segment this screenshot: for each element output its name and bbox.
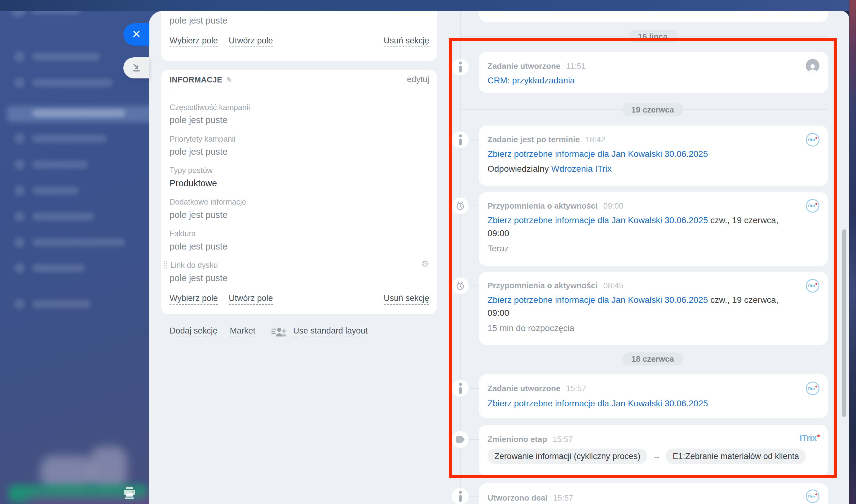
sidebar-item-blur[interactable] [32, 264, 85, 272]
sidebar-item-blur[interactable] [32, 161, 88, 168]
field-value[interactable]: pole jest puste [170, 241, 228, 252]
scrollbar-thumb[interactable] [842, 229, 846, 417]
event-time: 15:57 [553, 435, 573, 444]
timeline-icon-circle [452, 488, 469, 504]
stage-tag-icon [456, 435, 465, 444]
itrix-logo-badge: ITrix [806, 381, 819, 395]
market-link[interactable]: Market [230, 326, 256, 337]
field-value[interactable]: pole jest puste [170, 147, 228, 157]
reminder-date-text: czw., 19 czerwca, [708, 215, 778, 225]
timeline-card[interactable]: Przypomnienia o aktywności 09:00 Zbierz … [479, 192, 828, 266]
event-time: 15:57 [553, 493, 573, 503]
sidebar-item-icon-blur[interactable] [14, 133, 25, 144]
field-label: Częstotliwość kampanii [170, 103, 250, 112]
alarm-clock-icon [455, 281, 465, 291]
timeline-card[interactable]: Zmieniono etap 15:57 Zerowanie informacj… [479, 425, 828, 476]
date-chip: 19 czerwca [622, 103, 683, 116]
timeline-connector [469, 286, 479, 286]
timeline-card[interactable]: Przypomnienia o aktywności 08:45 Zbierz … [479, 272, 828, 345]
create-field-link[interactable]: Utwórz pole [229, 36, 273, 47]
remove-section-link[interactable]: Usuń sekcję [384, 293, 429, 305]
sidebar-item-blur[interactable] [32, 238, 125, 247]
use-standard-layout-link[interactable]: Use standard layout [293, 326, 368, 337]
field-value[interactable]: pole jest puste [170, 115, 228, 125]
field-empty-value: pole jest puste [170, 16, 228, 26]
printer-icon[interactable] [123, 486, 136, 499]
add-section-link[interactable]: Dodaj sekcję [170, 326, 217, 337]
reminder-date-text: czw., 19 czerwca, [708, 295, 778, 305]
task-link[interactable]: Zbierz potrzebne informacje dla Jan Kowa… [487, 295, 708, 305]
informacje-section-card: INFORMACJE ✎ edytuj Częstotliwość kampan… [161, 70, 437, 314]
sidebar-item-blur[interactable] [32, 53, 101, 61]
task-link[interactable]: CRM: przykładzadania [487, 76, 575, 85]
timeline-vertical-line [460, 11, 461, 504]
sidebar-item-icon-blur[interactable] [14, 52, 25, 62]
itrix-logo-badge: ITrix [806, 133, 819, 147]
sidebar-item-blur[interactable] [32, 300, 91, 308]
timeline-icon-circle [452, 380, 469, 397]
itrix-logo-dot [815, 137, 817, 139]
alarm-clock-icon [455, 201, 465, 211]
remove-section-link[interactable]: Usuń sekcję [384, 36, 429, 47]
event-time: 18:42 [585, 135, 606, 144]
field-value[interactable]: pole jest puste [170, 273, 228, 283]
sidebar-item-blur[interactable] [32, 109, 125, 117]
field-section-card: pole jest puste Wybierz pole Utwórz pole… [161, 4, 437, 61]
event-title: Utworzono deal [487, 493, 548, 503]
event-title: Zadanie utworzone [487, 61, 560, 71]
edit-section-link[interactable]: edytuj [407, 75, 429, 84]
pencil-icon[interactable]: ✎ [226, 76, 232, 84]
desktop-background-strip [849, 0, 856, 504]
dock-panel-button[interactable] [123, 57, 149, 78]
timeline-icon-circle [452, 131, 469, 148]
info-icon [458, 383, 462, 394]
field-value[interactable]: pole jest puste [170, 210, 228, 220]
gear-icon[interactable]: ⚙ [421, 259, 429, 269]
timeline-connector [469, 140, 479, 140]
sidebar-item-blur[interactable] [32, 186, 79, 195]
create-field-link[interactable]: Utwórz pole [229, 293, 273, 305]
sidebar-item-blur[interactable] [32, 213, 94, 221]
timeline-icon-circle [452, 58, 469, 75]
itrix-logo-badge: ITrix [806, 199, 819, 213]
sidebar-item-icon-blur[interactable] [14, 185, 25, 196]
reminder-time-text: 09:00 [487, 229, 509, 238]
task-link[interactable]: Zbierz potrzebne informacje dla Jan Kowa… [487, 149, 708, 159]
itrix-logo-text: ITrix [808, 138, 815, 142]
event-title: Zadanie jest po terminie [487, 135, 580, 144]
sidebar-item-blur[interactable] [32, 79, 113, 87]
sidebar-chart-blur [90, 446, 127, 490]
timeline-card[interactable]: Zadanie utworzone 15:57 Zbierz potrzebne… [479, 374, 828, 418]
sidebar-item-icon-blur[interactable] [14, 299, 25, 309]
itrix-logo-dot [815, 493, 817, 495]
date-chip: 18 czerwca [622, 353, 683, 365]
choose-field-link[interactable]: Wybierz pole [170, 293, 218, 305]
date-chip: 16 lipca [628, 30, 677, 43]
responsible-link[interactable]: Wdrozenia ITrix [551, 164, 611, 174]
user-avatar[interactable] [806, 59, 819, 73]
top-header-bar [0, 0, 849, 11]
field-label: Link do dysku [171, 261, 218, 270]
timeline-card[interactable]: Zadanie jest po terminie 18:42 Zbierz po… [479, 126, 828, 186]
choose-field-link[interactable]: Wybierz pole [170, 36, 218, 47]
task-link[interactable]: Zbierz potrzebne informacje dla Jan Kowa… [487, 399, 708, 408]
sidebar-item-blur[interactable] [32, 134, 107, 143]
info-icon [458, 491, 462, 502]
timeline-icon-circle [452, 431, 469, 448]
task-link[interactable]: Zbierz potrzebne informacje dla Jan Kowa… [487, 215, 708, 225]
event-title: Przypomnienia o aktywności [487, 281, 598, 290]
sidebar-item-icon-blur[interactable] [14, 237, 25, 248]
sidebar-item-icon-blur[interactable] [14, 77, 25, 88]
timeline-card-partial-bottom[interactable]: Utworzono deal 15:57 [479, 483, 828, 504]
close-panel-button[interactable]: × [123, 23, 149, 46]
sidebar-item-icon-blur[interactable] [14, 211, 25, 222]
timeline-connector [469, 205, 479, 206]
field-label: Typy postów [170, 166, 213, 175]
drag-handle-icon[interactable]: ⣿ [162, 259, 168, 269]
stage-to-chip: E1:Zebranie materiałów od klienta [666, 449, 806, 464]
timeline-card[interactable]: Zadanie utworzone 11:51 CRM: przykładzad… [479, 52, 828, 93]
event-time: 11:51 [566, 61, 585, 71]
sidebar-item-icon-blur[interactable] [14, 159, 25, 170]
sidebar-item-icon-blur[interactable] [14, 263, 25, 273]
field-value[interactable]: Produktowe [170, 178, 217, 188]
